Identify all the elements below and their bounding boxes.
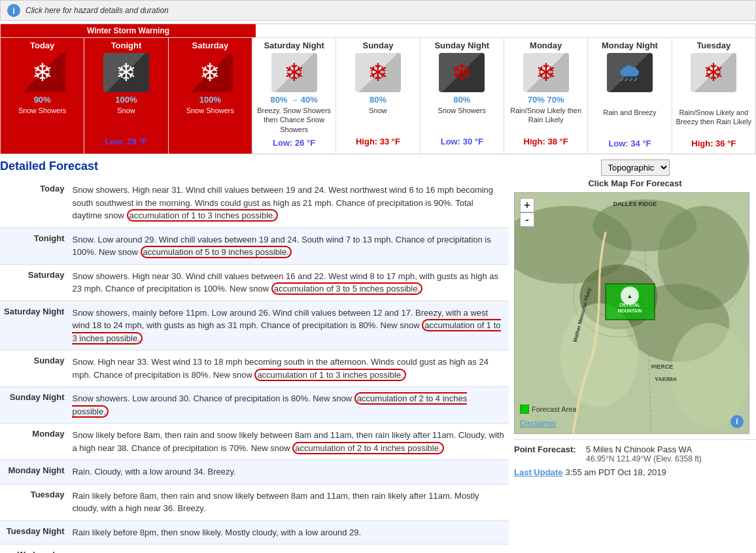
forecast-area-label: Forecast Area [532, 405, 576, 413]
svg-text:MOUNTAIN: MOUNTAIN [618, 309, 642, 313]
snow-icon-4: ❄ [368, 58, 388, 87]
forecast-table-row: Saturday Night Snow showers, mainly befo… [0, 301, 509, 350]
forecast-temp-6: High: 38 °F [506, 134, 586, 149]
point-forecast-location: 5 Miles N Chinook Pass WA 46.95°N 121.49… [586, 444, 702, 463]
period-name-3: Saturday Night [0, 301, 68, 350]
period-text-2: Snow showers. High near 30. Wind chill v… [68, 264, 509, 301]
map-container[interactable]: ▲ CRYSTAL MOUNTAIN DALLES RIDGE Mather M… [514, 192, 749, 434]
forecast-table-row: Sunday Snow. High near 33. West wind 13 … [0, 350, 509, 387]
day-name-7: Monday Night [589, 41, 670, 50]
period-text-8: Rain likely before 8am, then rain and sn… [68, 484, 509, 520]
precip-2: 100% [170, 95, 250, 105]
svg-text:PIERCE: PIERCE [651, 363, 673, 370]
precip-5: 80% [422, 95, 502, 105]
snow-icon-2: ❄ [199, 58, 220, 87]
snow-icon-8: ❄ [703, 58, 724, 87]
forecast-day-5[interactable]: Sunday Night ❄ 80% Snow Showers Low: 30 … [421, 38, 504, 154]
forecast-area-color-box [520, 405, 529, 414]
forecast-temp-0: High: 31 °F [2, 134, 82, 149]
hazard-text[interactable]: Click here for hazard details and durati… [26, 6, 169, 15]
forecast-desc-0: Snow Showers [2, 105, 82, 134]
rain-icon-7: 🌧 [617, 59, 642, 87]
forecast-desc-8: Rain/Snow Likely and Breezy then Rain Li… [674, 107, 754, 136]
map-controls: Topographic [514, 159, 756, 176]
zoom-out-button[interactable]: - [520, 212, 534, 227]
snow-highlight: accumulation of 1 to 3 inches possible. [127, 209, 278, 222]
zoom-in-button[interactable]: + [520, 198, 534, 212]
precip-1: 100% [86, 95, 166, 105]
last-update-link[interactable]: Last Update [514, 467, 562, 477]
point-forecast-section: Point Forecast: 5 Miles N Chinook Pass W… [514, 439, 756, 482]
period-name-6: Monday [0, 424, 68, 460]
map-info-button[interactable]: i [730, 415, 744, 428]
forecast-desc-1: Snow [86, 105, 166, 134]
forecast-day-6[interactable]: Monday ❄ 70% 70% Rain/Snow Likely then R… [504, 38, 588, 154]
forecast-desc-7: Rain and Breezy [589, 107, 670, 136]
snow-icon-5: ❄ [451, 58, 472, 87]
snow-highlight: accumulation of 3 to 5 inches possible. [271, 282, 422, 295]
forecast-day-7[interactable]: Monday Night 🌧 Rain and Breezy Low: 34 °… [588, 38, 672, 154]
detailed-forecast-panel: Detailed Forecast Today Snow showers. Hi… [0, 159, 514, 553]
forecast-day-1[interactable]: Tonight ❄ 100% Snow Low: 29 °F [84, 38, 168, 154]
svg-point-8 [671, 323, 749, 427]
period-text-6: Snow likely before 8am, then rain and sn… [68, 424, 509, 460]
map-panel: Topographic Click Map For Forecast [514, 159, 756, 553]
snow-highlight: accumulation of 2 to 4 inches possible. [292, 442, 443, 454]
day-name-4: Sunday [337, 41, 418, 50]
day-name-5: Sunday Night [422, 41, 502, 50]
forecast-table-row: Sunday Night Snow showers. Low around 30… [0, 387, 509, 424]
map-type-select[interactable]: Topographic [601, 159, 670, 176]
hazard-info-icon: i [7, 4, 20, 17]
snow-highlight: accumulation of 5 to 9 inches possible. [141, 246, 292, 258]
period-text-7: Rain. Cloudy, with a low around 34. Bree… [68, 460, 509, 484]
forecast-temp-4: High: 33 °F [337, 134, 418, 149]
detailed-forecast-title: Detailed Forecast [0, 159, 509, 173]
day-name-1: Tonight [86, 41, 166, 50]
period-name-7: Monday Night [0, 460, 68, 484]
day-name-3: Saturday Night [254, 41, 334, 50]
snow-icon-6: ❄ [536, 58, 557, 87]
forecast-table-row: Today Snow showers. High near 31. Wind c… [0, 178, 509, 227]
forecast-desc-6: Rain/Snow Likely then Rain Likely [506, 105, 586, 134]
forecast-table-row: Tuesday Night Rain likely before 8pm, th… [0, 520, 509, 545]
main-content: Detailed Forecast Today Snow showers. Hi… [0, 159, 756, 553]
forecast-day-8[interactable]: Tuesday ❄ Rain/Snow Likely and Breezy th… [672, 38, 755, 154]
snow-highlight: accumulation of 2 to 4 inches possible. [72, 392, 467, 418]
forecast-table-row: Monday Snow likely before 8am, then rain… [0, 424, 509, 460]
snow-highlight: accumulation of 1 to 3 inches possible. [254, 369, 405, 381]
last-update-value: 3:55 am PDT Oct 18, 2019 [565, 467, 666, 477]
precip-3: 80% → 40% [254, 95, 334, 105]
map-disclaimer-link[interactable]: Disclaimer [520, 419, 557, 428]
forecast-temp-1: Low: 29 °F [86, 134, 166, 149]
forecast-day-2[interactable]: Saturday ❄ 100% Snow Showers High: 30 °F [169, 38, 252, 154]
period-name-1: Tonight [0, 227, 68, 264]
forecast-day-3[interactable]: Saturday Night ❄ 80% → 40% Breezy. Snow … [252, 38, 336, 154]
period-name-8: Tuesday [0, 484, 68, 520]
forecast-table-row: Wednesday A chance of snow showers. Part… [0, 545, 509, 554]
forecast-day-0[interactable]: Today ❄ 90% Snow Showers High: 31 °F [1, 38, 84, 154]
forecast-strip: Winter Storm Warning Today ❄ 90% Snow Sh… [0, 24, 756, 154]
forecast-area-legend: Forecast Area [520, 405, 576, 414]
forecast-day-4[interactable]: Sunday ❄ 80% Snow High: 33 °F [336, 38, 420, 154]
point-forecast-row: Point Forecast: 5 Miles N Chinook Pass W… [514, 443, 756, 465]
topo-map-svg: ▲ CRYSTAL MOUNTAIN DALLES RIDGE Mather M… [515, 193, 749, 433]
period-text-0: Snow showers. High near 31. Wind chill v… [68, 178, 509, 227]
precip-0: 90% [2, 95, 82, 105]
map-zoom-controls: + - [520, 198, 534, 227]
forecast-desc-3: Breezy. Snow Showers then Chance Snow Sh… [254, 105, 334, 135]
winter-storm-banner: Winter Storm Warning [1, 24, 256, 37]
forecast-temp-5: Low: 30 °F [422, 134, 502, 149]
period-text-5: Snow showers. Low around 30. Chance of p… [68, 387, 509, 424]
period-name-2: Saturday [0, 264, 68, 301]
snow-highlight: accumulation of 1 to 3 inches possible. [72, 319, 500, 344]
period-text-3: Snow showers, mainly before 11pm. Low ar… [68, 301, 509, 350]
forecast-temp-7: Low: 34 °F [589, 136, 670, 151]
hazard-bar[interactable]: i Click here for hazard details and dura… [0, 0, 756, 21]
svg-text:▲: ▲ [627, 293, 633, 299]
forecast-table: Today Snow showers. High near 31. Wind c… [0, 178, 509, 553]
click-map-label[interactable]: Click Map For Forecast [514, 178, 756, 188]
forecast-temp-3: Low: 26 °F [254, 135, 334, 150]
day-name-2: Saturday [170, 41, 250, 50]
svg-text:DALLES RIDGE: DALLES RIDGE [613, 201, 657, 207]
forecast-table-row: Tuesday Rain likely before 8am, then rai… [0, 484, 509, 520]
